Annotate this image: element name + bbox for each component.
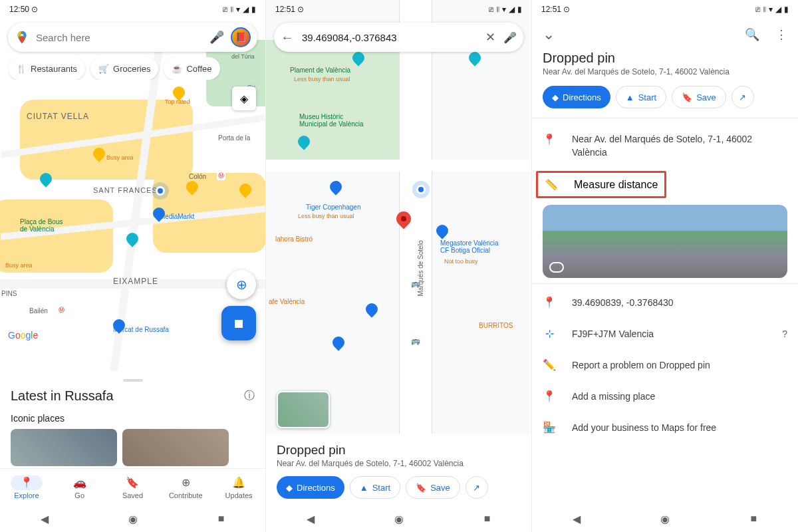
back-button[interactable]: ◀ (39, 513, 51, 525)
directions-icon: ◆ (229, 313, 249, 333)
directions-button[interactable]: ◆Directions (543, 86, 610, 108)
help-icon[interactable]: ? (782, 329, 787, 339)
chip-coffee[interactable]: ☕Coffee (164, 57, 219, 80)
status-bar: 12:50 ⊙ ⎚⫴▾◢▮ (0, 0, 265, 19)
system-nav: ◀ ◉ ■ (0, 505, 265, 532)
share-button[interactable]: ↗ (466, 476, 488, 499)
directions-button[interactable]: ◆Directions (277, 476, 344, 499)
address-text: Near Av. del Marqués de Sotelo, 7-1, 460… (572, 133, 787, 159)
pill-label: Save (696, 92, 716, 102)
chip-label: Groceries (113, 64, 150, 74)
report-label: Report a problem on Dropped pin (572, 360, 710, 370)
map-label-poi[interactable]: Megastore València CF Botiga Oficial (440, 239, 499, 254)
layers-button[interactable]: ◈ (232, 86, 256, 110)
nav-explore[interactable]: 📍Explore (0, 469, 53, 505)
pill-label: Start (638, 92, 656, 102)
battery-icon: ▮ (251, 5, 256, 13)
layers-icon: ◈ (240, 92, 248, 105)
search-bar[interactable]: ← 39.469084,-0.376843 ✕ 🎤 (274, 23, 523, 52)
share-button[interactable]: ↗ (732, 86, 754, 108)
clock: 12:51 (541, 5, 561, 14)
report-problem-row[interactable]: ✏️ Report a problem on Dropped pin (543, 349, 787, 380)
my-location-button[interactable]: ⊕ (227, 270, 256, 299)
back-arrow-icon[interactable]: ← (281, 30, 294, 45)
bus-stop-icon[interactable]: 🚌 (411, 336, 420, 345)
recents-button[interactable]: ■ (481, 513, 493, 525)
search-input[interactable] (36, 32, 203, 43)
chip-label: Restaurants (31, 64, 77, 74)
map-label-poi[interactable]: Museu Històric Municipal de València (299, 113, 364, 128)
back-button[interactable]: ◀ (571, 513, 583, 525)
battery-icon: ▮ (517, 5, 522, 13)
clear-icon[interactable]: ✕ (485, 30, 495, 45)
streetview-preview[interactable] (543, 205, 787, 278)
directions-fab[interactable]: ◆ (221, 306, 256, 340)
info-icon[interactable]: ⓘ (244, 389, 255, 403)
search-icon[interactable]: 🔍 (745, 27, 759, 42)
mic-icon[interactable]: 🎤 (209, 30, 224, 45)
poi-pin-blue[interactable] (434, 222, 450, 239)
add-place-row[interactable]: 📍 Add a missing place (543, 380, 787, 412)
start-button[interactable]: ▲Start (350, 476, 400, 499)
dropped-pin-marker[interactable] (396, 211, 411, 231)
mic-icon[interactable]: 🎤 (503, 31, 517, 44)
map-label-poi[interactable]: lahora Bistró (275, 235, 313, 243)
address-row[interactable]: 📍 Near Av. del Marqués de Sotelo, 7-1, 4… (543, 121, 787, 168)
detail-content[interactable]: Dropped pin Near Av. del Marqués de Sote… (532, 51, 798, 443)
battery-icon: ▮ (784, 5, 789, 13)
plus-code-row[interactable]: ⊹FJ9F+J7M Valencia ? (543, 318, 787, 349)
map-label-poi[interactable]: Tiger Copenhagen (306, 203, 360, 211)
streetview-thumbnail[interactable] (277, 391, 330, 428)
map-label-district: SANT FRANCESC (93, 186, 164, 194)
map-label: Porta de la (218, 134, 250, 142)
place-card-row[interactable] (11, 429, 255, 466)
map-label-poi[interactable]: Plament de València (290, 66, 350, 74)
nav-saved[interactable]: 🔖Saved (106, 469, 160, 505)
poi-pin-teal[interactable] (124, 230, 140, 247)
cart-icon: 🛒 (98, 64, 109, 74)
measure-distance-row[interactable]: 📏 Measure distance (536, 171, 666, 198)
back-button[interactable]: ◀ (305, 513, 317, 525)
nav-updates[interactable]: 🔔Updates (212, 469, 265, 505)
nav-contribute[interactable]: ⊕Contribute (159, 469, 212, 505)
status-bar: 12:51 ⊙ ⎚⫴▾◢▮ (532, 0, 798, 19)
search-value[interactable]: 39.469084,-0.376843 (302, 32, 477, 43)
place-card[interactable] (122, 429, 229, 466)
poi-pin-blue[interactable] (327, 178, 344, 195)
directions-icon: ◆ (552, 92, 559, 102)
place-card[interactable] (11, 429, 117, 466)
coordinates-row[interactable]: 📍 39.4690839, -0.3768430 (543, 287, 787, 318)
chip-groceries[interactable]: 🛒Groceries (90, 57, 158, 80)
cast-icon: ⎚ (489, 5, 493, 13)
account-avatar[interactable]: 📕 (231, 27, 251, 47)
signal-icon: ◢ (243, 5, 249, 13)
poi-pin-blue[interactable] (363, 301, 380, 317)
map-label-poi[interactable]: afe València (269, 298, 305, 305)
save-button[interactable]: 🔖Save (406, 476, 460, 499)
nav-go[interactable]: 🚗Go (53, 469, 106, 505)
map-label-poi[interactable]: BURRITOS (479, 322, 513, 329)
collapse-chevron-icon[interactable]: ⌄ (543, 26, 555, 43)
home-button[interactable]: ◉ (393, 513, 405, 525)
start-button[interactable]: ▲Start (616, 86, 666, 108)
screen-dropped-pin-map: Oficina Turisme Plament de València Less… (266, 0, 532, 532)
search-bar[interactable]: 🎤 📕 (8, 23, 257, 52)
home-button[interactable]: ◉ (127, 513, 139, 525)
chip-restaurants[interactable]: 🍴Restaurants (8, 57, 85, 80)
save-button[interactable]: 🔖Save (672, 86, 726, 108)
map-label-poi[interactable]: Plaça de Bous de València (20, 218, 63, 233)
sheet-handle[interactable] (123, 379, 143, 382)
add-business-row[interactable]: 🏪 Add your business to Maps for free (543, 412, 787, 443)
bottom-sheet-pin[interactable]: Dropped pin Near Av. del Marqués de Sote… (266, 434, 531, 505)
coffee-icon: ☕ (172, 64, 182, 74)
recents-button[interactable]: ■ (215, 513, 227, 525)
sheet-subtitle: Iconic places (11, 413, 255, 424)
poi-pin-teal[interactable] (466, 49, 483, 66)
more-menu-icon[interactable]: ⋮ (775, 27, 787, 42)
home-button[interactable]: ◉ (659, 513, 671, 525)
poi-pin-blue[interactable] (330, 334, 346, 350)
recents-button[interactable]: ■ (747, 513, 759, 525)
sheet-address: Near Av. del Marqués de Sotelo, 7-1, 460… (277, 459, 521, 468)
bus-stop-icon[interactable]: 🚌 (411, 279, 420, 288)
map-label-badge: Busy area (5, 262, 33, 269)
